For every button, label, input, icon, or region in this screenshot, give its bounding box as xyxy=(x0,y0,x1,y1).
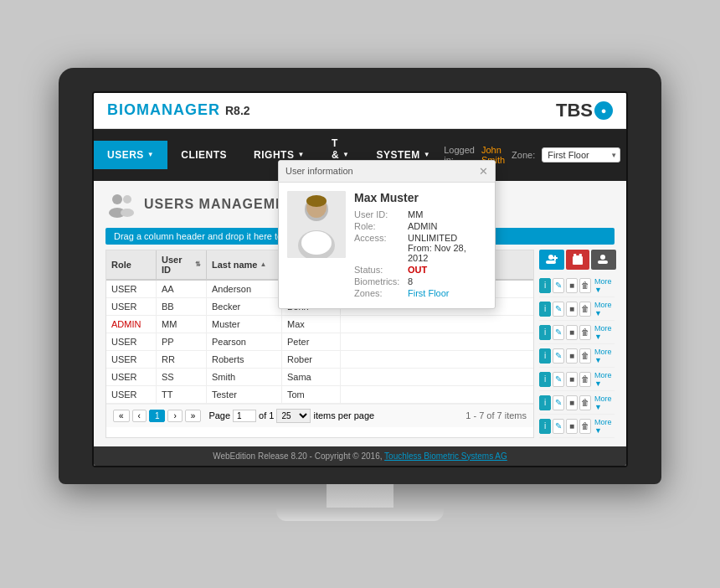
page-first-btn[interactable]: « xyxy=(113,410,130,422)
popup-role-row: Role: ADMIN xyxy=(354,221,486,231)
info-button[interactable]: i xyxy=(539,372,551,387)
footer-bar: WebEdition Release 8.20 - Copyright © 20… xyxy=(94,446,626,466)
nav-item-clients[interactable]: CLIENTS xyxy=(167,141,240,169)
page-prev-btn[interactable]: ‹ xyxy=(132,410,147,422)
table-row[interactable]: USER SS Smith Sama xyxy=(106,369,533,386)
sort-icon: ⇅ xyxy=(195,260,201,268)
edit-button[interactable]: ✎ xyxy=(553,419,564,434)
cell-userid: AA xyxy=(157,281,207,297)
of-label: of 1 xyxy=(259,410,274,420)
info-button[interactable]: i xyxy=(539,302,551,317)
zone-select[interactable]: First Floor Second Floor xyxy=(542,147,620,162)
delete-button[interactable] xyxy=(566,250,589,270)
table-row[interactable]: USER PP Pearson Peter xyxy=(106,333,533,351)
add-user-button[interactable] xyxy=(539,250,564,270)
row-action-set: i ✎ ■ 🗑 More ▼ xyxy=(539,345,615,368)
col-lastname[interactable]: Last name ▲ xyxy=(207,250,282,279)
more-button[interactable]: More ▼ xyxy=(594,301,615,317)
svg-point-11 xyxy=(600,255,605,260)
more-button[interactable]: More ▼ xyxy=(594,348,615,364)
popup-access-row: Access: UNLIMITED From: Nov 28, 2012 xyxy=(354,233,486,263)
fingerprint-button[interactable]: ■ xyxy=(566,348,578,364)
delete-row-button[interactable]: 🗑 xyxy=(579,419,591,434)
import-button[interactable] xyxy=(591,250,616,270)
more-button[interactable]: More ▼ xyxy=(594,324,615,341)
popup-zones-label: Zones: xyxy=(354,288,404,298)
popup-userid-value: MM xyxy=(408,209,423,219)
edit-button[interactable]: ✎ xyxy=(553,395,564,410)
edit-button[interactable]: ✎ xyxy=(553,302,564,317)
more-button[interactable]: More ▼ xyxy=(594,418,615,435)
edit-button[interactable]: ✎ xyxy=(553,278,564,293)
delete-row-button[interactable]: 🗑 xyxy=(579,348,591,364)
monitor-stand-neck xyxy=(327,484,393,508)
monitor-stand-base xyxy=(276,508,444,521)
app-logo: BIOMANAGER R8.2 xyxy=(107,101,250,119)
popup-userid-row: User ID: MM xyxy=(354,209,486,219)
action-sidebar: i ✎ ■ 🗑 More ▼ i ✎ ■ 🗑 M xyxy=(539,250,615,438)
items-per-page-select[interactable]: 25 50 100 xyxy=(276,409,311,423)
svg-point-16 xyxy=(301,231,332,255)
fingerprint-button[interactable]: ■ xyxy=(566,395,578,410)
items-per-page-label: items per page xyxy=(313,410,374,420)
chevron-down-icon: ▼ xyxy=(342,151,349,158)
page-next-btn[interactable]: › xyxy=(167,410,182,422)
more-button[interactable]: More ▼ xyxy=(594,371,615,388)
edit-button[interactable]: ✎ xyxy=(553,372,564,387)
popup-body: Max Muster User ID: MM Role: ADMIN xyxy=(279,183,495,308)
fingerprint-button[interactable]: ■ xyxy=(566,372,578,387)
table-row[interactable]: ADMIN MM Muster Max xyxy=(106,316,533,333)
popup-zones-value[interactable]: First Floor xyxy=(408,288,450,298)
page-last-btn[interactable]: » xyxy=(185,410,202,422)
page-1-btn[interactable]: 1 xyxy=(149,410,166,422)
svg-point-2 xyxy=(123,195,131,204)
table-footer: « ‹ 1 › » Page of 1 25 50 xyxy=(106,404,533,427)
fingerprint-button[interactable]: ■ xyxy=(566,325,578,340)
popup-info: Max Muster User ID: MM Role: ADMIN xyxy=(354,191,486,300)
info-button[interactable]: i xyxy=(539,395,551,410)
page-label: Page xyxy=(208,410,230,420)
cell-role: USER xyxy=(106,281,157,297)
delete-row-button[interactable]: 🗑 xyxy=(579,325,591,340)
footer-link[interactable]: Touchless Biometric Systems AG xyxy=(384,451,507,461)
fingerprint-button[interactable]: ■ xyxy=(566,419,578,434)
delete-row-button[interactable]: 🗑 xyxy=(579,372,591,387)
popup-zones-row: Zones: First Floor xyxy=(354,288,486,298)
nav-item-users[interactable]: USERS ▼ xyxy=(94,141,167,169)
page-number-input[interactable] xyxy=(233,410,256,422)
popup-biometrics-row: Biometrics: 8 xyxy=(354,276,486,286)
edit-button[interactable]: ✎ xyxy=(553,348,564,364)
monitor-wrapper: BIOMANAGER R8.2 TBS ● USERS ▼ CLIENTS xyxy=(59,68,661,521)
user-photo xyxy=(287,191,346,258)
info-button[interactable]: i xyxy=(539,278,551,293)
info-button[interactable]: i xyxy=(539,419,551,434)
page-content: USERS MANAGEMENT - FIRST FLOOR Drag a co… xyxy=(94,181,626,446)
edit-button[interactable]: ✎ xyxy=(553,325,564,340)
pagination: « ‹ 1 › » Page of 1 25 50 xyxy=(113,409,374,423)
footer-text: WebEdition Release 8.20 - Copyright © 20… xyxy=(213,451,382,461)
more-button[interactable]: More ▼ xyxy=(594,395,615,411)
info-button[interactable]: i xyxy=(539,325,551,340)
svg-rect-7 xyxy=(552,257,558,259)
zone-label: Zone: xyxy=(512,150,535,160)
popup-close-button[interactable]: ✕ xyxy=(479,165,488,178)
popup-biometrics-label: Biometrics: xyxy=(354,276,404,286)
tbs-circle-icon: ● xyxy=(594,101,613,120)
sort-asc-icon: ▲ xyxy=(260,260,266,268)
svg-rect-5 xyxy=(546,260,556,264)
more-button[interactable]: More ▼ xyxy=(594,277,615,294)
fingerprint-button[interactable]: ■ xyxy=(566,278,578,293)
fingerprint-button[interactable]: ■ xyxy=(566,302,578,317)
user-info-popup: User information ✕ xyxy=(278,160,496,309)
delete-row-button[interactable]: 🗑 xyxy=(579,302,591,317)
col-userid[interactable]: User ID ⇅ xyxy=(157,250,207,279)
popup-role-value: ADMIN xyxy=(408,221,437,231)
delete-row-button[interactable]: 🗑 xyxy=(579,278,591,293)
info-button[interactable]: i xyxy=(539,348,551,364)
popup-status-value: OUT xyxy=(408,265,427,275)
zone-wrapper[interactable]: First Floor Second Floor xyxy=(542,147,620,162)
table-row[interactable]: USER TT Tester Tom xyxy=(106,386,533,404)
col-role[interactable]: Role xyxy=(106,250,157,279)
table-row[interactable]: USER RR Roberts Rober xyxy=(106,351,533,369)
delete-row-button[interactable]: 🗑 xyxy=(579,395,591,410)
